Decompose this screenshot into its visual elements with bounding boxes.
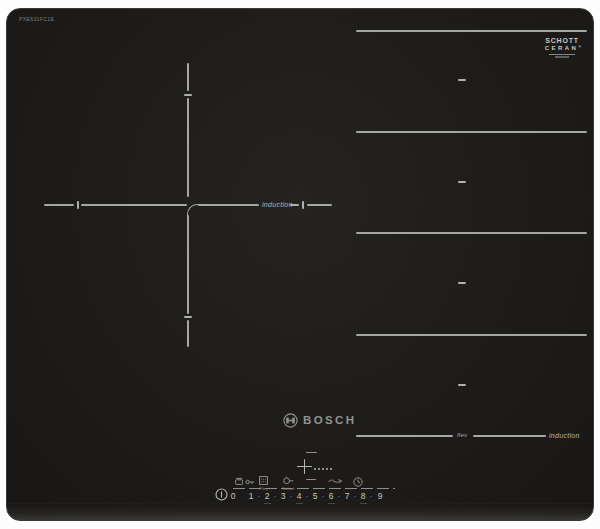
flex-zone-line-1 xyxy=(356,30,587,32)
left-zone-dash-right xyxy=(290,204,299,206)
bosch-emblem-icon xyxy=(283,413,298,428)
flex-script-label: flex xyxy=(457,432,467,438)
power-level-5[interactable]: 5 xyxy=(310,492,320,501)
left-zone-line-right2 xyxy=(307,204,332,206)
power-icon[interactable] xyxy=(215,488,228,501)
left-zone-tick-bottom xyxy=(184,316,192,318)
left-zone-tick-right xyxy=(302,201,304,210)
flex-zone-center-dash-3 xyxy=(458,282,466,284)
left-zone-tick-top xyxy=(184,94,192,96)
level-separator: · xyxy=(257,493,261,500)
registered-mark: ® xyxy=(578,44,581,49)
power-level-1[interactable]: 1 xyxy=(246,492,256,501)
left-zone-tick-left xyxy=(77,201,79,210)
flex-zone-bottom-line-a xyxy=(356,435,453,437)
left-zone-line-left2 xyxy=(81,204,188,206)
fry-sensor-select-icon[interactable] xyxy=(283,476,294,485)
flex-zone-center-dash-2 xyxy=(458,181,466,183)
level-separator: · xyxy=(305,493,309,500)
model-number: PXE631FC1E xyxy=(19,16,54,22)
left-zone-line-bottom2 xyxy=(187,320,189,347)
left-zone-line-top2 xyxy=(187,98,189,197)
left-zone-induction-label: induction xyxy=(262,201,293,208)
left-zone-rounded-corner xyxy=(187,204,199,216)
power-level-2[interactable]: 2 xyxy=(262,492,272,501)
cooktop-glass-surface: PXE631FC1E SCHOTT CERAN® induction xyxy=(6,8,594,521)
power-level-0[interactable]: 0 xyxy=(228,492,238,501)
timer-dash-top[interactable] xyxy=(306,452,317,453)
level-separator: · xyxy=(369,493,373,500)
power-level-7[interactable]: 7 xyxy=(342,492,352,501)
left-zone-line-bottom xyxy=(187,215,189,314)
power-move-icon[interactable] xyxy=(328,478,343,485)
flex-zone-line-2 xyxy=(356,131,587,133)
pan-and-key-icon[interactable] xyxy=(235,477,255,486)
timer-dash-bottom[interactable] xyxy=(306,479,316,480)
bosch-logo: BOSCH xyxy=(283,413,357,428)
power-level-3[interactable]: 3 xyxy=(278,492,288,501)
power-slider-track[interactable] xyxy=(233,488,395,489)
timer-dotted-scale xyxy=(314,468,334,470)
flex-zone-center-dash-4 xyxy=(458,384,466,386)
power-level-9[interactable]: 9 xyxy=(375,492,385,501)
flex-zone-line-3 xyxy=(356,232,587,234)
left-zone-line-left xyxy=(44,204,74,206)
flex-zone-bottom-line-b xyxy=(473,435,546,437)
level-separator: · xyxy=(273,493,277,500)
flex-zone-icon[interactable] xyxy=(259,476,268,485)
flex-zone-center-dash-1 xyxy=(458,79,466,81)
schott-ceran-smallprint xyxy=(555,56,569,58)
schott-ceran-logo: SCHOTT CERAN® xyxy=(539,37,585,58)
schott-ceran-rule xyxy=(549,54,575,55)
product-photo: PXE631FC1E SCHOTT CERAN® induction xyxy=(0,0,600,529)
clock-icon[interactable] xyxy=(353,477,363,487)
power-level-6[interactable]: 6 xyxy=(326,492,336,501)
level-separator: · xyxy=(289,493,293,500)
front-edge-bevel xyxy=(7,503,593,520)
left-zone-line-top xyxy=(187,63,189,91)
level-separator: · xyxy=(321,493,325,500)
bosch-wordmark: BOSCH xyxy=(303,415,357,427)
power-level-4[interactable]: 4 xyxy=(294,492,304,501)
level-separator: · xyxy=(337,493,341,500)
power-level-8[interactable]: 8 xyxy=(358,492,368,501)
left-zone-line-right xyxy=(198,204,259,206)
flex-zone-induction-label: induction xyxy=(549,432,580,439)
flex-zone-line-4 xyxy=(356,334,587,336)
level-separator: · xyxy=(353,493,357,500)
schott-ceran-line2: CERAN xyxy=(545,45,578,51)
